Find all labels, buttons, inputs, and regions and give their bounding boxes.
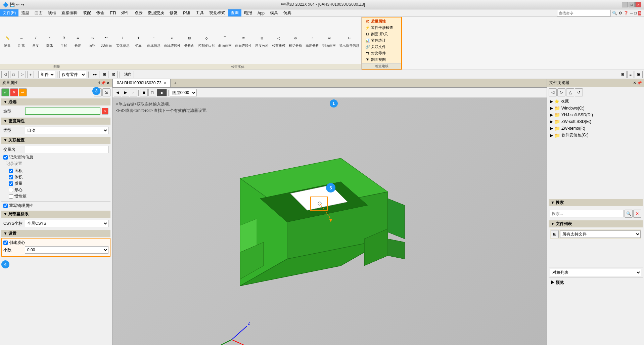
menu-surface[interactable]: 曲面 [32,9,45,16]
tab-close-btn[interactable]: ✕ [164,81,166,85]
varname-input[interactable] [25,146,108,153]
tree-favorites[interactable]: ▶ ⭐ 收藏 [549,98,643,105]
menu-file[interactable]: 文件(F) [0,9,18,16]
view-btn-1[interactable]: ⊞ [619,71,627,78]
menu-modeling[interactable]: 造型 [18,9,32,16]
section-required[interactable]: ▼ 必选 [1,98,110,105]
menu-weld[interactable]: 焊件 [119,9,132,16]
modeling-input[interactable] [25,107,100,115]
apply-btn[interactable]: ↩ [19,88,27,96]
length-btn[interactable]: ⇔ 长度 [71,32,85,49]
undercut-btn[interactable]: ⊖ 根切分析 [287,32,304,49]
filter-select[interactable]: 仅有零件 [59,71,86,78]
section-toggle-btn[interactable]: ⊟ 剖面 开/关 [364,31,389,37]
arc-btn[interactable]: ◜ 圆弧 [43,32,56,49]
command-search-input[interactable] [559,11,609,15]
filter-btn[interactable]: ▸▸ [91,71,99,78]
search-box-top[interactable] [557,10,611,16]
ribbon-minimize[interactable]: ─ [630,11,633,15]
filelist-section-header[interactable]: ▼ 文件列表 [549,220,643,227]
quick-redo[interactable]: ↪ [21,2,24,7]
search-btn[interactable]: 🔍 [625,210,633,218]
preview-header[interactable]: ▶ 预览 [550,279,641,286]
menu-mold[interactable]: 模具 [267,9,281,16]
menu-repair[interactable]: 修复 [167,9,180,16]
cancel-btn[interactable]: ✕ [10,88,18,96]
curve-info-btn[interactable]: ~ 曲线信息 [146,32,162,49]
maximize-button[interactable]: □ [629,2,635,7]
close-button[interactable]: ✕ [635,2,641,7]
solid-info-btn[interactable]: ℹ 实体信息 [115,32,131,49]
vp-wire-btn[interactable]: ◻ [148,89,156,96]
search-section-header[interactable]: ▼ 搜索 [549,199,643,206]
quality-attr-btn[interactable]: ⚖ 质量属性 [364,18,387,24]
check-draft-btn[interactable]: ◁ 检查拔模 [271,32,287,49]
record-query-check[interactable] [3,155,8,160]
inertia-check[interactable] [9,194,13,199]
vp-btn-1[interactable]: ◀ [114,89,121,96]
interference-check-btn[interactable]: ⚡ 零件干涉检查 [364,25,395,31]
normal-btn[interactable]: 法向 [122,71,134,78]
menu-direct-edit[interactable]: 直接编辑 [59,9,80,16]
compare-part-btn[interactable]: ⇆ 对比零件 [364,50,387,56]
menu-sheet-metal[interactable]: 钣金 [94,9,107,16]
mode-select[interactable]: 组件 [38,71,55,78]
viewport-tab[interactable]: 0AH3H010030US030.Z3 ✕ [112,79,171,87]
height-analysis-btn[interactable]: ↕ 高度分析 [304,32,320,49]
panel-expand-btn[interactable]: ⇲ [102,88,110,96]
csys-select[interactable]: 全局CSYS [25,220,108,227]
rp-back-btn[interactable]: ◁ [549,88,557,96]
part-stats-btn[interactable]: 📊 零件统计 [364,37,387,43]
panel-pin-icon[interactable]: 📌 [101,81,106,85]
vp-shading-btn[interactable]: ◼ [140,89,148,96]
volume-check[interactable] [9,175,13,179]
rp-pin-icon[interactable]: 📌 [637,81,642,85]
settings-icon[interactable]: ⚙ [618,11,622,15]
rp-forward-btn[interactable]: ▷ [557,88,565,96]
props-btn-3[interactable]: ▷ [18,71,26,78]
tree-windows-c[interactable]: ▶ 📁 Windows(C:) [549,105,643,112]
panel-close-icon[interactable]: ✕ [106,81,110,85]
measure-btn[interactable]: 📏 测量 [1,32,14,49]
modeling-clear-btn[interactable]: ✕ [102,108,108,115]
view-btn-2[interactable]: ≡ [627,71,634,78]
radius-btn[interactable]: R 半径 [57,32,71,49]
viewport-canvas[interactable]: <单击右键>获取实体输入选项. <F8>或者<Shift-roll> 查找下一个… [112,98,547,345]
vp-btn-home[interactable]: ⌂ [130,89,137,96]
rp-up-btn[interactable]: △ [566,88,574,96]
search-input[interactable] [550,210,624,217]
layer-select[interactable]: 图层0000 [170,89,197,96]
tree-zw-ssd[interactable]: ▶ 📁 ZW-soft.SSD(E:) [549,118,643,125]
distance-btn[interactable]: ↔ 距离 [15,32,28,49]
props-btn-1[interactable]: ◁ [1,71,9,78]
search-icon[interactable]: 🔍 [612,11,617,15]
menu-electric[interactable]: 电报 [241,9,255,16]
surface-continuity-btn[interactable]: ≋ 曲面连续性 [234,32,253,49]
tree-zw-demo[interactable]: ▶ 📁 ZW-demo(F:) [549,125,643,132]
tab-add-btn[interactable]: + [171,79,179,87]
ribbon-maximize[interactable]: □ [634,11,637,15]
tree-software[interactable]: ▶ 📁 软件安装包(G:) [549,132,643,139]
props-btn-new[interactable]: + [27,71,34,78]
vp-color-btn[interactable]: ■ [157,89,167,96]
help-icon[interactable]: ❓ [624,11,629,15]
create-centroid-check[interactable] [3,241,8,245]
filelist-view-btn[interactable]: ⊞ [551,230,559,238]
section-curve-btn[interactable]: ⋈ 剖面曲率 [321,32,337,49]
menu-pmi[interactable]: PMI [180,9,193,16]
show-bend-btn[interactable]: ↻ 显示折弯信息 [338,32,361,49]
confirm-btn[interactable]: ✓ [1,88,9,96]
ribbon-close[interactable]: ✕ [638,11,641,15]
coord-btn[interactable]: ✛ 坐标 [132,32,145,49]
minimize-button[interactable]: ─ [622,2,628,7]
snap-btn[interactable]: ⊠ [110,71,118,78]
related-file-btn[interactable]: 🔗 关联文件 [364,44,387,50]
menu-tools[interactable]: 工具 [193,9,206,16]
decimal-select[interactable]: 0.00 [25,246,108,254]
menu-point-cloud[interactable]: 点云 [132,9,145,16]
props-btn-2[interactable]: □ [10,71,17,78]
search-clear-btn[interactable]: ✕ [633,210,641,218]
menu-fti[interactable]: FTI [107,9,119,16]
align-btn[interactable]: ⊞ [101,71,108,78]
quick-undo[interactable]: ↩ [16,2,19,7]
